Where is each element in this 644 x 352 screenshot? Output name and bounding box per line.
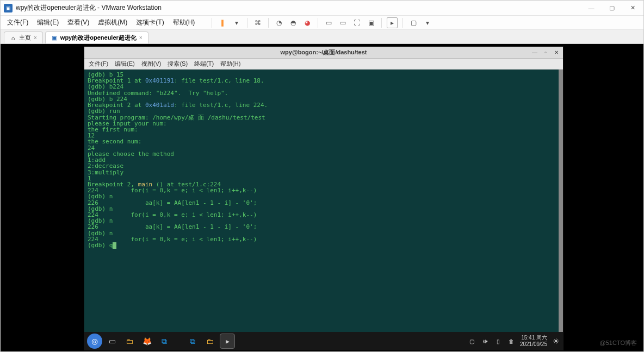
vscode-2-icon[interactable]: ⧉ [185,334,200,349]
tab-label: 主页 [19,34,31,42]
snapshot-icon[interactable]: ◔ [274,17,284,28]
console-icon[interactable]: ▸ [387,17,398,28]
clock-date: 2021/09/25 [520,341,547,348]
terminal-menu-help[interactable]: 帮助(H) [220,60,240,68]
terminal-minimize-button[interactable]: — [530,49,539,56]
snapshot-manager-icon[interactable]: ◓ [288,17,299,28]
tab-label: wpy的改进openeuler超进化 [60,34,137,42]
vmware-menubar: 文件(F) 编辑(E) 查看(V) 虚拟机(M) 选项卡(T) 帮助(H) ∥ … [1,16,643,30]
tray-battery-icon[interactable]: ▯ [494,337,503,345]
guest-taskbar: ◎ ▭ 🗀 🦊 ⧉ ⧉ 🗀 ▸ ▢ 🕪 ▯ 🗑 15:41 周六 2021/09… [84,332,564,350]
minimize-button[interactable]: — [584,3,599,14]
tray-display-icon[interactable]: ▢ [468,337,476,345]
terminal-close-button[interactable]: ✕ [552,49,561,56]
guest-display[interactable]: wpy@bogon:~/桌面/dashu/test — ▫ ✕ 文件(F) 编辑… [1,44,643,351]
separator [381,18,382,28]
tab-close-icon[interactable]: × [34,35,37,41]
menu-vm[interactable]: 虚拟机(M) [95,17,131,28]
terminal-icon[interactable]: ▸ [220,334,235,349]
terminal-menu-file[interactable]: 文件(F) [89,60,108,68]
tray-volume-icon[interactable]: 🕪 [481,337,490,345]
fullscreen-icon[interactable]: ⛶ [351,17,362,28]
terminal-titlebar[interactable]: wpy@bogon:~/桌面/dashu/test — ▫ ✕ [84,47,563,59]
folder-2-icon[interactable]: 🗀 [202,334,218,349]
tab-vm[interactable]: ▣ wpy的改进openeuler超进化 × [45,32,148,43]
maximize-button[interactable]: ▢ [604,3,620,14]
terminal-menubar: 文件(F) 编辑(E) 视图(V) 搜索(S) 终端(T) 帮助(H) [84,59,563,70]
firefox-icon[interactable]: 🦊 [139,334,154,349]
activities-icon[interactable]: ◎ [87,334,102,349]
separator [403,18,403,28]
terminal-menu-view[interactable]: 视图(V) [141,60,162,68]
menu-view[interactable]: 查看(V) [64,17,92,28]
monitor-icon: ▣ [51,35,58,41]
terminal-title: wpy@bogon:~/桌面/dashu/test [84,48,563,56]
tab-home[interactable]: ⌂ 主页 × [4,32,43,43]
vmware-titlebar: ▣ wpy的改进openeuler超进化 - VMware Workstatio… [1,1,643,16]
vmware-tabstrip: ⌂ 主页 × ▣ wpy的改进openeuler超进化 × [1,30,643,44]
clock-time: 15:41 周六 [520,335,547,341]
tray-trash-icon[interactable]: 🗑 [507,337,516,345]
tray-settings-icon[interactable]: ☀ [552,337,560,345]
devices-icon[interactable]: ▢ [408,17,419,28]
layout-2-icon[interactable]: ▭ [337,17,348,28]
terminal-maximize-button[interactable]: ▫ [541,49,550,56]
dropdown-icon[interactable]: ▾ [231,17,242,28]
menu-help[interactable]: 帮助(H) [170,17,199,28]
home-icon: ⌂ [10,35,16,41]
clock[interactable]: 15:41 周六 2021/09/25 [520,335,547,348]
vmware-logo-icon: ▣ [4,4,13,12]
menu-edit[interactable]: 编辑(E) [34,17,62,28]
separator [268,18,269,28]
separator [318,18,318,28]
terminal-text: (gdb) b 15Breakpoint 1 at 0x401191: file… [88,72,560,249]
terminal-menu-search[interactable]: 搜索(S) [168,60,188,68]
terminal-menu-edit[interactable]: 编辑(E) [115,60,135,68]
terminal-output[interactable]: (gdb) b 15Breakpoint 1 at 0x401191: file… [84,70,563,343]
layout-1-icon[interactable]: ▭ [323,17,334,28]
terminal-scrollbar[interactable] [559,70,563,343]
dropdown-icon[interactable]: ▾ [422,17,433,28]
vmware-toolbar: ∥ ▾ ⌘ ◔ ◓ ◕ ▭ ▭ ⛶ ▣ ▸ ▢ ▾ [210,17,433,28]
separator [212,18,212,28]
vmware-window: ▣ wpy的改进openeuler超进化 - VMware Workstatio… [0,0,644,352]
terminal-menu-terminal[interactable]: 终端(T) [194,60,214,68]
window-title: wpy的改进openeuler超进化 - VMware Workstation [16,3,584,12]
files-icon[interactable]: ▭ [104,334,120,349]
pause-icon[interactable]: ∥ [217,17,228,28]
close-button[interactable]: ✕ [625,3,640,14]
revert-icon[interactable]: ◕ [302,17,313,28]
vscode-1-icon[interactable]: ⧉ [157,334,172,349]
separator [247,18,247,28]
tab-close-icon[interactable]: × [139,35,143,41]
menu-file[interactable]: 文件(F) [4,17,32,28]
folder-1-icon[interactable]: 🗀 [122,334,137,349]
unity-icon[interactable]: ▣ [366,17,376,28]
terminal-window: wpy@bogon:~/桌面/dashu/test — ▫ ✕ 文件(F) 编辑… [84,46,564,344]
send-ctrl-alt-del-icon[interactable]: ⌘ [252,17,263,28]
menu-tabs[interactable]: 选项卡(T) [133,17,167,28]
tray: ▢ 🕪 ▯ 🗑 15:41 周六 2021/09/25 ☀ [468,335,560,348]
watermark: @51CTO博客 [600,339,637,347]
